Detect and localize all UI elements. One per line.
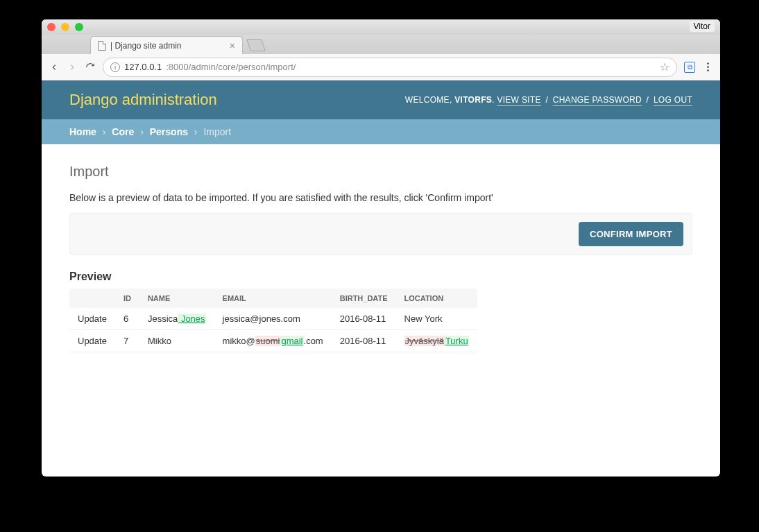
table-row: Update 7 Mikko mikko@suomigmail.com 2016… xyxy=(69,330,477,352)
row-birth-date: 2016-08-11 xyxy=(332,308,396,330)
browser-toolbar: i 127.0.0.1:8000/admin/core/person/impor… xyxy=(42,54,720,80)
preview-table: ID NAME EMAIL BIRTH_DATE LOCATION Update… xyxy=(69,289,477,352)
col-id: ID xyxy=(115,289,139,308)
confirm-import-button[interactable]: CONFIRM IMPORT xyxy=(579,222,683,246)
submit-row: CONFIRM IMPORT xyxy=(69,213,692,255)
content: Import Below is a preview of data to be … xyxy=(42,144,720,372)
breadcrumb-current: Import xyxy=(203,126,231,137)
diff-ins: Jones xyxy=(178,314,205,324)
bookmark-star-icon[interactable]: ☆ xyxy=(660,60,670,74)
import-description: Below is a preview of data to be importe… xyxy=(69,192,692,203)
view-site-link[interactable]: VIEW SITE xyxy=(497,95,540,106)
row-id: 6 xyxy=(115,308,139,330)
url-host: 127.0.0.1 xyxy=(124,62,162,72)
close-window-button[interactable] xyxy=(47,23,56,31)
extension-icon[interactable]: ⧉ xyxy=(684,62,695,73)
diff-del: Jyväskylä xyxy=(404,336,445,346)
page-icon xyxy=(98,41,106,51)
diff-del: suomi xyxy=(255,336,281,346)
chrome-profile-badge[interactable]: Vitor xyxy=(690,21,715,32)
browser-window: Vitor | Django site admin × i 127.0.0.1:… xyxy=(42,19,720,477)
branding: Django administration xyxy=(69,91,217,109)
row-location: New York xyxy=(396,308,477,330)
row-action: Update xyxy=(69,330,115,352)
table-row: Update 6 Jessica Jones jessica@jones.com… xyxy=(69,308,477,330)
row-id: 7 xyxy=(115,330,139,352)
page-title: Import xyxy=(69,164,692,180)
user-tools: WELCOME, VITORFS. VIEW SITE / CHANGE PAS… xyxy=(405,95,692,105)
row-birth-date: 2016-08-11 xyxy=(332,330,396,352)
welcome-text: WELCOME, xyxy=(405,95,452,105)
row-name: Jessica Jones xyxy=(139,308,214,330)
maximize-window-button[interactable] xyxy=(75,23,83,31)
reload-button[interactable] xyxy=(85,62,96,73)
url-path: :8000/admin/core/person/import/ xyxy=(166,62,296,72)
admin-header: Django administration WELCOME, VITORFS. … xyxy=(42,80,720,119)
row-location: JyväskyläTurku xyxy=(396,330,477,352)
back-button[interactable] xyxy=(49,62,60,73)
col-name: NAME xyxy=(139,289,214,308)
row-email: mikko@suomigmail.com xyxy=(214,330,332,352)
tab-strip: | Django site admin × xyxy=(42,35,720,54)
row-email: jessica@jones.com xyxy=(214,308,332,330)
page-viewport: Django administration WELCOME, VITORFS. … xyxy=(42,80,720,477)
breadcrumb: Home › Core › Persons › Import xyxy=(42,119,720,144)
username: VITORFS xyxy=(454,95,492,105)
browser-tab[interactable]: | Django site admin × xyxy=(90,36,243,54)
row-action: Update xyxy=(69,308,115,330)
logout-link[interactable]: LOG OUT xyxy=(654,95,692,106)
breadcrumb-app[interactable]: Core xyxy=(112,126,134,137)
new-tab-button[interactable] xyxy=(246,39,266,51)
diff-ins: Turku xyxy=(445,336,469,346)
forward-button[interactable] xyxy=(67,62,78,73)
row-name: Mikko xyxy=(139,330,214,352)
preview-heading: Preview xyxy=(69,271,692,283)
diff-ins: gmail xyxy=(280,336,303,346)
chrome-menu-button[interactable] xyxy=(702,62,713,73)
window-titlebar: Vitor xyxy=(42,19,720,35)
breadcrumb-home[interactable]: Home xyxy=(69,126,96,137)
minimize-window-button[interactable] xyxy=(61,23,69,31)
col-location: LOCATION xyxy=(396,289,477,308)
col-email: EMAIL xyxy=(214,289,332,308)
breadcrumb-model[interactable]: Persons xyxy=(150,126,188,137)
col-birth-date: BIRTH_DATE xyxy=(332,289,396,308)
close-tab-icon[interactable]: × xyxy=(230,41,235,51)
table-header-row: ID NAME EMAIL BIRTH_DATE LOCATION xyxy=(69,289,477,308)
tab-title: | Django site admin xyxy=(110,41,225,51)
change-password-link[interactable]: CHANGE PASSWORD xyxy=(553,95,642,106)
address-bar[interactable]: i 127.0.0.1:8000/admin/core/person/impor… xyxy=(103,58,677,77)
site-info-icon[interactable]: i xyxy=(110,62,120,72)
